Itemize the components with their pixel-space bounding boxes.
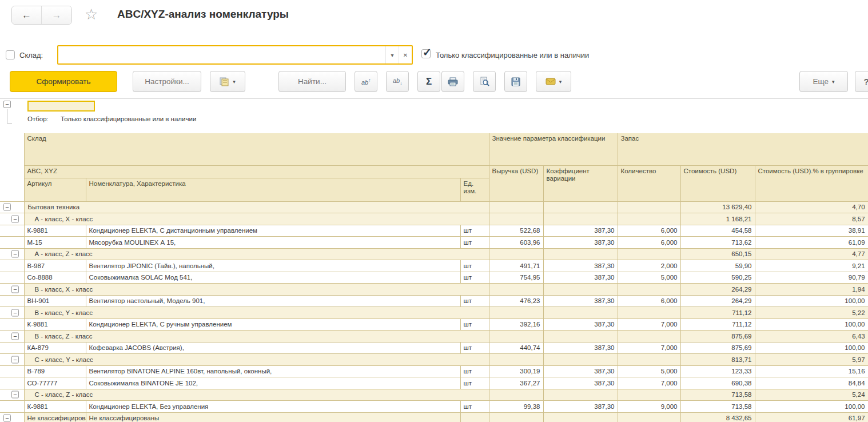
cell-unit[interactable]: шт <box>460 225 489 237</box>
column-header-coef[interactable]: Коэффициент вариации <box>543 165 618 201</box>
cell-revenue[interactable] <box>489 284 543 296</box>
column-header-articul[interactable]: Артикул <box>24 178 86 201</box>
cell-cost[interactable]: 650,15 <box>680 248 755 260</box>
cell-articul[interactable]: М-15 <box>24 237 86 249</box>
group-label[interactable]: А - класс, X - класс <box>24 213 489 225</box>
cell-coef[interactable] <box>543 213 618 225</box>
cell-pct[interactable]: 1,94 <box>755 284 868 296</box>
cell-cost[interactable]: 875,69 <box>680 331 755 343</box>
cell-pct[interactable]: 8,57 <box>755 213 868 225</box>
cell-coef[interactable] <box>543 248 618 260</box>
cell-qty[interactable]: 5,000 <box>618 272 680 284</box>
report-variants-button[interactable]: ▾ <box>210 71 245 92</box>
cell-qty[interactable]: 6,000 <box>618 295 680 307</box>
collapse-icon[interactable] <box>11 250 19 258</box>
column-header-qty[interactable]: Количество <box>618 165 680 201</box>
sklad-clear-button[interactable]: ✕ <box>399 46 412 63</box>
cell-pct[interactable]: 4,77 <box>755 248 868 260</box>
column-header-nomenclature[interactable]: Номенклатура, Характеристика <box>86 178 460 201</box>
group-label[interactable]: Бытовая техника <box>24 201 489 213</box>
cell-revenue[interactable]: 367,27 <box>489 377 543 389</box>
cell-pct[interactable]: 100,00 <box>755 295 868 307</box>
cell-unit[interactable]: шт <box>460 365 489 377</box>
cell-pct[interactable]: 38,91 <box>755 225 868 237</box>
favorites-star-icon[interactable]: ☆ <box>85 6 98 23</box>
cell-coef[interactable]: 387,30 <box>543 342 618 354</box>
cell-cost[interactable]: 264,29 <box>680 284 755 296</box>
cell-qty[interactable] <box>618 412 680 422</box>
cell-pct[interactable]: 100,00 <box>755 319 868 331</box>
sklad-dropdown-button[interactable]: ▾ <box>385 46 399 63</box>
cell-cost[interactable]: 713,58 <box>680 389 755 401</box>
cell-articul[interactable]: СО-77777 <box>24 377 86 389</box>
cell-qty[interactable]: 6,000 <box>618 225 680 237</box>
column-header-sklad[interactable]: Склад <box>24 133 489 165</box>
cell-cost[interactable]: 1 168,21 <box>680 213 755 225</box>
cell-articul[interactable]: К-9881 <box>24 319 86 331</box>
column-header-unit[interactable]: Ед. изм. <box>460 178 489 201</box>
column-header-param-group[interactable]: Значение параметра классификации <box>489 133 618 165</box>
cell-articul[interactable]: В-987 <box>24 260 86 272</box>
cell-coef[interactable] <box>543 354 618 366</box>
cell-articul[interactable]: К-9881 <box>24 401 86 413</box>
cell-revenue[interactable] <box>489 331 543 343</box>
sklad-input[interactable] <box>58 46 385 63</box>
group-label[interactable]: С - класс, Y - класс <box>24 354 489 366</box>
cell-qty[interactable]: 7,000 <box>618 319 680 331</box>
column-header-zapas-group[interactable]: Запас <box>618 133 868 165</box>
group-label[interactable]: А - класс, Z - класс <box>24 248 489 260</box>
cell-pct[interactable]: 5,22 <box>755 307 868 319</box>
cell-pct[interactable]: 90,79 <box>755 272 868 284</box>
sklad-checkbox[interactable] <box>6 50 15 59</box>
cell-revenue[interactable]: 491,71 <box>489 260 543 272</box>
cell-revenue[interactable] <box>489 213 543 225</box>
cell-pct[interactable]: 100,00 <box>755 401 868 413</box>
cell-qty[interactable] <box>618 389 680 401</box>
cell-nomenclature[interactable]: Мясорубка MOULINEX А 15, <box>86 237 460 249</box>
cell-revenue[interactable]: 99,38 <box>489 401 543 413</box>
cell-pct[interactable]: 15,16 <box>755 365 868 377</box>
cell-nomenclature[interactable]: Кондиционер ELEKTA, Без управления <box>86 401 460 413</box>
cell-coef[interactable] <box>543 412 618 422</box>
cell-pct[interactable]: 61,09 <box>755 237 868 249</box>
cell-cost[interactable]: 454,58 <box>680 225 755 237</box>
cell-qty[interactable] <box>618 213 680 225</box>
only-classified-checkbox[interactable]: ✓ <box>421 49 431 58</box>
cell-articul[interactable]: КА-879 <box>24 342 86 354</box>
cell-qty[interactable]: 7,000 <box>618 377 680 389</box>
collapse-groups-button[interactable]: ab↑ <box>355 71 377 92</box>
cell-unit[interactable] <box>460 412 489 422</box>
more-button[interactable]: Еще▾ <box>799 71 848 92</box>
cell-unit[interactable]: шт <box>460 237 489 249</box>
cell-revenue[interactable] <box>489 412 543 422</box>
cell-qty[interactable] <box>618 331 680 343</box>
cell-coef[interactable] <box>543 307 618 319</box>
collapse-icon[interactable] <box>11 309 19 316</box>
cell-cost[interactable]: 8 432,65 <box>680 412 755 422</box>
cell-cost[interactable]: 590,25 <box>680 272 755 284</box>
forward-button[interactable]: → <box>42 6 71 24</box>
column-header-cost-pct[interactable]: Стоимость (USD).% в группировке <box>755 165 868 201</box>
cell-pct[interactable]: 5,24 <box>755 389 868 401</box>
cell-qty[interactable]: 5,000 <box>618 365 680 377</box>
cell-qty[interactable]: 9,000 <box>618 401 680 413</box>
collapse-icon[interactable] <box>3 415 11 422</box>
cell-cost[interactable]: 123,33 <box>680 365 755 377</box>
cell-cost[interactable]: 264,29 <box>680 295 755 307</box>
cell-qty[interactable] <box>618 307 680 319</box>
cell-unit[interactable]: шт <box>460 295 489 307</box>
cell-pct[interactable]: 61,97 <box>755 412 868 422</box>
cell-coef[interactable] <box>543 284 618 296</box>
cell-nomenclature[interactable]: Соковыжималка BINATONE JE 102, <box>86 377 460 389</box>
save-button[interactable] <box>504 71 527 92</box>
cell-coef[interactable]: 387,30 <box>543 225 618 237</box>
settings-button[interactable]: Настройки... <box>133 71 201 92</box>
cell-pct[interactable]: 6,43 <box>755 331 868 343</box>
cell-revenue[interactable]: 476,23 <box>489 295 543 307</box>
cell-nomenclature[interactable]: Не классифицированы <box>86 412 460 422</box>
preview-button[interactable] <box>473 71 496 92</box>
cell-qty[interactable] <box>618 201 680 213</box>
cell-nomenclature[interactable]: Вентилятор настольный, Модель 901, <box>86 295 460 307</box>
help-button[interactable]: ? <box>855 71 868 92</box>
group-label[interactable]: В - класс, Z - класс <box>24 331 489 343</box>
